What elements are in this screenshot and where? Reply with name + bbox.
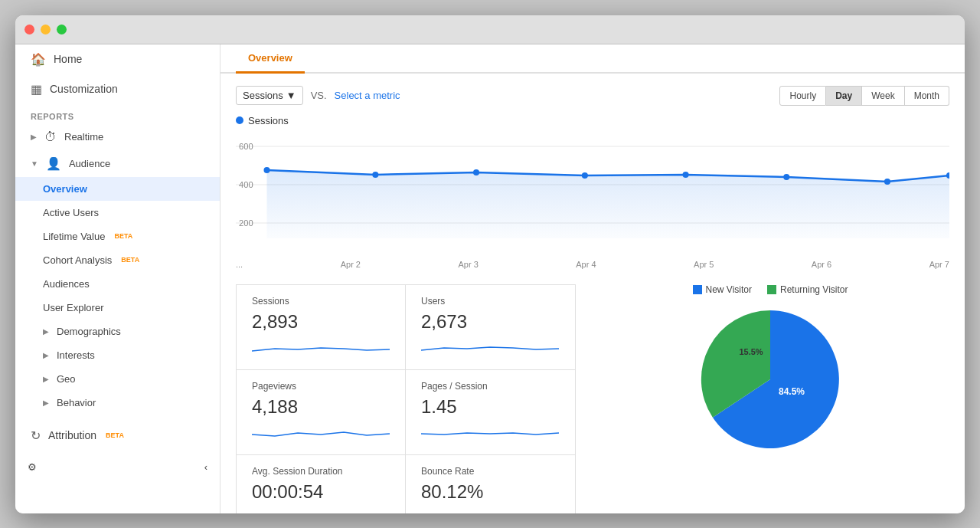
metric-users-label: Users <box>421 296 560 307</box>
x-label-6: Apr 7 <box>929 260 949 269</box>
beta-badge-cohort: BETA <box>121 256 139 264</box>
close-button[interactable] <box>24 25 34 34</box>
x-label-5: Apr 6 <box>812 260 831 269</box>
settings-button[interactable]: ⚙ <box>28 461 37 473</box>
sidebar-item-lifetime-value[interactable]: Lifetime Value BETA <box>15 225 220 248</box>
sidebar-home-label: Home <box>54 53 82 65</box>
metric-dropdown[interactable]: Sessions ▼ <box>236 86 303 105</box>
x-label-3: Apr 4 <box>576 260 596 269</box>
metric-avg-duration-label: Avg. Session Duration <box>252 466 390 477</box>
svg-point-10 <box>582 172 588 179</box>
sidebar-audience-label: Audience <box>69 158 110 169</box>
sidebar-item-interests[interactable]: ▶ Interests <box>15 343 220 367</box>
metrics-grid: Sessions 2,893 Users 2,673 <box>236 284 576 513</box>
metric-avg-duration-value: 00:00:54 <box>252 481 390 503</box>
bottom-section: Sessions 2,893 Users 2,673 <box>236 284 949 513</box>
metric-pageviews-label: Pageviews <box>252 381 390 392</box>
sessions-sparkline <box>252 337 390 359</box>
left-controls: Sessions ▼ VS. Select a metric <box>236 86 400 105</box>
tab-overview[interactable]: Overview <box>236 44 305 74</box>
attribution-icon: ↻ <box>31 428 41 443</box>
sessions-legend-dot <box>236 116 243 124</box>
sidebar-customization-label: Customization <box>50 83 118 95</box>
app-body: 🏠 Home ▦ Customization REPORTS ▶ ⏱ Realt… <box>15 44 965 513</box>
beta-badge-attribution: BETA <box>106 431 124 439</box>
pageviews-sparkline <box>252 422 390 444</box>
sidebar-item-behavior[interactable]: ▶ Behavior <box>15 391 220 415</box>
avg-duration-sparkline <box>252 507 390 513</box>
interests-caret-icon: ▶ <box>43 351 49 359</box>
sidebar-item-cohort-analysis[interactable]: Cohort Analysis BETA <box>15 248 220 272</box>
pie-legend: New Visitor Returning Visitor <box>693 284 848 295</box>
main-content: Sessions ▼ VS. Select a metric Hourly Da… <box>220 74 965 513</box>
metric-pages-session-label: Pages / Session <box>421 381 560 392</box>
sidebar-geo-label: Geo <box>57 373 76 385</box>
time-btn-day[interactable]: Day <box>826 86 862 106</box>
sessions-line-chart: 600 400 200 <box>236 131 949 254</box>
time-btn-month[interactable]: Month <box>905 86 949 106</box>
metric-card-avg-duration: Avg. Session Duration 00:00:54 <box>237 455 406 513</box>
sidebar-audiences-label: Audiences <box>43 278 90 290</box>
new-visitor-legend-label: New Visitor <box>706 284 752 295</box>
svg-point-7 <box>263 167 270 173</box>
svg-point-11 <box>683 172 689 178</box>
sidebar-lifetime-label: Lifetime Value <box>43 231 105 242</box>
sidebar-interests-label: Interests <box>57 349 95 361</box>
sidebar-item-geo[interactable]: ▶ Geo <box>15 367 220 391</box>
collapse-sidebar-button[interactable]: ‹ <box>204 461 207 473</box>
collapse-icon: ‹ <box>204 461 207 473</box>
sidebar-item-audiences[interactable]: Audiences <box>15 272 220 296</box>
vs-label: VS. <box>311 90 327 101</box>
sidebar-item-user-explorer[interactable]: User Explorer <box>15 296 220 320</box>
metric-sessions-label: Sessions <box>252 296 390 307</box>
dropdown-arrow-icon: ▼ <box>286 90 296 101</box>
sidebar-item-demographics[interactable]: ▶ Demographics <box>15 320 220 343</box>
caret-down-icon: ▼ <box>31 159 38 168</box>
metric-pageviews-value: 4,188 <box>252 396 390 418</box>
time-btn-hourly[interactable]: Hourly <box>779 86 826 106</box>
x-label-4: Apr 5 <box>694 260 714 269</box>
returning-visitor-legend-label: Returning Visitor <box>780 284 848 295</box>
demographics-caret-icon: ▶ <box>43 327 49 336</box>
sidebar-item-audience[interactable]: ▼ 👤 Audience <box>15 150 220 177</box>
sidebar-item-realtime[interactable]: ▶ ⏱ Realtime <box>15 124 220 150</box>
sidebar-item-active-users[interactable]: Active Users <box>15 201 220 225</box>
svg-text:400: 400 <box>239 180 253 189</box>
sidebar-user-explorer-label: User Explorer <box>43 302 103 313</box>
home-icon: 🏠 <box>31 52 46 67</box>
svg-point-13 <box>884 179 890 185</box>
sidebar-item-home[interactable]: 🏠 Home <box>15 44 220 74</box>
time-range-buttons: Hourly Day Week Month <box>779 86 949 106</box>
behavior-caret-icon: ▶ <box>43 398 49 407</box>
sidebar-attribution-label: Attribution <box>48 429 96 441</box>
sidebar-item-attribution[interactable]: ↻ Attribution BETA <box>15 421 220 451</box>
chart-legend: Sessions <box>236 115 949 126</box>
time-btn-week[interactable]: Week <box>862 86 904 106</box>
app-window: 🏠 Home ▦ Customization REPORTS ▶ ⏱ Realt… <box>15 15 965 513</box>
beta-badge-lifetime: BETA <box>114 232 132 240</box>
sidebar-item-customization[interactable]: ▦ Customization <box>15 74 220 104</box>
sidebar-realtime-label: Realtime <box>64 131 103 143</box>
realtime-icon: ⏱ <box>44 130 57 144</box>
returning-visitor-color-dot <box>767 285 776 294</box>
pie-chart-svg: 84.5% 15.5% <box>694 303 847 456</box>
metric-card-bounce-rate: Bounce Rate 80.12% <box>406 455 575 513</box>
audience-icon: 👤 <box>46 156 61 171</box>
select-metric-link[interactable]: Select a metric <box>335 90 400 101</box>
sidebar-item-audience-overview[interactable]: Overview <box>15 177 220 201</box>
minimize-button[interactable] <box>41 25 51 34</box>
customization-icon: ▦ <box>31 82 42 97</box>
titlebar <box>15 15 965 44</box>
controls-row: Sessions ▼ VS. Select a metric Hourly Da… <box>236 86 949 106</box>
maximize-button[interactable] <box>57 25 67 34</box>
metric-users-value: 2,673 <box>421 311 560 333</box>
returning-visitor-pct-label: 15.5% <box>739 347 763 356</box>
metric-sessions-value: 2,893 <box>252 311 390 333</box>
new-visitor-legend: New Visitor <box>693 284 752 295</box>
settings-icon: ⚙ <box>28 461 37 473</box>
chart-container: Sessions 600 400 200 <box>236 115 949 272</box>
metric-card-pageviews: Pageviews 4,188 <box>237 370 406 455</box>
tab-bar: Overview <box>220 44 965 74</box>
sidebar-demographics-label: Demographics <box>57 326 121 337</box>
returning-visitor-legend: Returning Visitor <box>767 284 848 295</box>
